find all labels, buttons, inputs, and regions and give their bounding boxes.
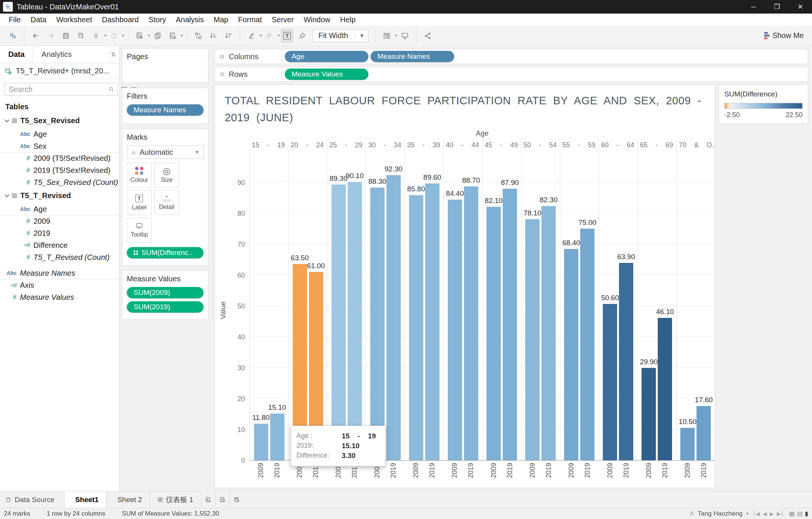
duplicate-sheet-icon[interactable] bbox=[151, 29, 164, 43]
colour-button[interactable]: Colour bbox=[127, 163, 152, 188]
collapse-chevron-icon[interactable] bbox=[5, 192, 9, 197]
pause-auto-updates-caret-icon[interactable]: ▾ bbox=[104, 33, 106, 38]
record-navigation-icons[interactable]: |◀ ◀ ▶ ▶| bbox=[754, 511, 784, 517]
sort-ascending-icon[interactable] bbox=[207, 29, 220, 43]
field-row[interactable]: # T5_Sex_Revised (Count) bbox=[0, 176, 119, 188]
fix-axes-icon[interactable] bbox=[296, 29, 309, 43]
share-workbook-icon[interactable] bbox=[421, 29, 434, 43]
bar[interactable]: 88.70 bbox=[464, 186, 478, 460]
field-row[interactable]: # T5_T_Revised (Count) bbox=[0, 251, 119, 263]
new-worksheet-icon[interactable] bbox=[133, 29, 146, 43]
bar[interactable]: 29.90 bbox=[642, 368, 656, 460]
highlight-icon[interactable] bbox=[245, 29, 258, 43]
bar[interactable]: 88.30 bbox=[370, 188, 385, 460]
size-button[interactable]: ◎ Size bbox=[154, 163, 179, 188]
bar[interactable]: 75.00 bbox=[580, 229, 595, 460]
clear-sheet-icon[interactable] bbox=[166, 29, 179, 43]
field-row[interactable]: Abc Measure Names bbox=[0, 267, 119, 279]
bar[interactable]: 11.80 bbox=[254, 424, 268, 460]
user-menu[interactable]: Tang Haozheng ▾ bbox=[689, 510, 748, 517]
rows-shelf[interactable]: Rows Measure Values bbox=[214, 67, 808, 82]
field-row[interactable]: Abc Age bbox=[0, 128, 119, 140]
sheet-tab[interactable]: Sheet 2 bbox=[106, 492, 150, 508]
new-worksheet-tab-icon[interactable] bbox=[201, 492, 215, 508]
refresh-caret-icon[interactable]: ▾ bbox=[122, 33, 125, 38]
menu-item[interactable]: File bbox=[4, 14, 26, 26]
bar[interactable]: 82.10 bbox=[487, 207, 501, 460]
menu-item[interactable]: Story bbox=[144, 14, 171, 26]
tab-data[interactable]: Data bbox=[0, 46, 33, 63]
bar[interactable]: 78.10 bbox=[525, 219, 540, 460]
field-row[interactable]: # 2019 bbox=[0, 227, 119, 239]
bar[interactable]: 84.40 bbox=[448, 200, 462, 460]
field-row[interactable]: # 2009 (T5!Sex!Revised) bbox=[0, 152, 119, 164]
pane-sort-icon[interactable]: ⇅ bbox=[111, 46, 119, 63]
search-box[interactable] bbox=[5, 83, 118, 96]
bar[interactable]: 50.60 bbox=[603, 304, 617, 460]
collapse-chevron-icon[interactable] bbox=[5, 118, 9, 122]
field-row[interactable]: Abc Sex bbox=[0, 140, 119, 152]
field-row[interactable]: # 2019 (T5!Sex!Revised) bbox=[0, 164, 119, 176]
columns-shelf[interactable]: Columns AgeMeasure Names bbox=[214, 49, 808, 64]
bar[interactable]: 87.90 bbox=[503, 189, 517, 460]
bar[interactable]: 17.60 bbox=[696, 406, 711, 460]
bar[interactable]: 10.50 bbox=[680, 428, 695, 460]
filters-card[interactable]: Filters Measure Names bbox=[122, 88, 208, 124]
maximize-button[interactable]: ❐ bbox=[765, 0, 789, 14]
shelf-pill[interactable]: Measure Values bbox=[285, 69, 368, 80]
show-hide-cards-caret-icon[interactable]: ▾ bbox=[395, 33, 397, 38]
search-input[interactable] bbox=[9, 85, 108, 94]
detail-button[interactable]: •○○○ Detail bbox=[154, 190, 179, 215]
tab-analytics[interactable]: Analytics bbox=[33, 46, 111, 63]
menu-item[interactable]: Window bbox=[299, 14, 335, 26]
field-row[interactable]: Abc Age bbox=[0, 203, 119, 215]
mark-type-dropdown[interactable]: Automatic ▼ bbox=[127, 145, 204, 159]
new-story-tab-icon[interactable] bbox=[230, 492, 244, 508]
colour-shelf-pill[interactable]: SUM(Differenc.. bbox=[127, 247, 204, 258]
show-hide-cards-icon[interactable] bbox=[380, 29, 393, 43]
shelf-pill[interactable]: Age bbox=[285, 51, 368, 62]
group-members-icon[interactable] bbox=[263, 29, 276, 43]
bar[interactable]: 68.40 bbox=[564, 249, 578, 460]
clear-sheet-caret-icon[interactable]: ▾ bbox=[181, 33, 183, 38]
shelf-pill[interactable]: Measure Names bbox=[371, 51, 454, 62]
bar[interactable]: 90.10 bbox=[348, 182, 362, 460]
tableau-home-icon[interactable] bbox=[6, 29, 19, 43]
new-data-source-icon[interactable] bbox=[75, 29, 87, 43]
menu-item[interactable]: Map bbox=[209, 14, 233, 26]
bar[interactable]: 82.30 bbox=[541, 206, 556, 460]
show-me-button[interactable]: Show Me bbox=[764, 31, 807, 40]
bar[interactable]: 89.30 bbox=[331, 185, 346, 460]
menu-item[interactable]: Data bbox=[26, 14, 51, 26]
sheet-tab[interactable]: ⊞ 仪表板 1 bbox=[149, 492, 201, 508]
redo-icon[interactable] bbox=[44, 29, 57, 43]
menu-item[interactable]: Analysis bbox=[171, 14, 208, 26]
minimize-button[interactable]: ─ bbox=[742, 0, 765, 14]
bar[interactable]: 63.90 bbox=[619, 263, 633, 460]
fit-selector[interactable]: Fit Width ▼ bbox=[313, 29, 368, 42]
bar[interactable]: 85.80 bbox=[409, 195, 423, 460]
group-members-caret-icon[interactable]: ▾ bbox=[278, 33, 280, 38]
measure-value-pill[interactable]: SUM(2009) bbox=[127, 287, 204, 298]
data-source-tab[interactable]: Data Source bbox=[0, 492, 64, 508]
view-toggle-icons[interactable]: ▦▤▮ bbox=[789, 510, 808, 517]
menu-item[interactable]: Worksheet bbox=[51, 14, 97, 26]
field-row[interactable]: =# Difference bbox=[0, 239, 119, 251]
table-group-header[interactable]: T5_T_Revised bbox=[0, 188, 119, 203]
bar[interactable]: 15.10 bbox=[270, 414, 284, 460]
save-icon[interactable] bbox=[59, 29, 72, 43]
undo-icon[interactable] bbox=[29, 29, 42, 43]
colour-legend[interactable]: SUM(Difference) -2.50 22.50 bbox=[719, 84, 808, 124]
filter-pill[interactable]: Measure Names bbox=[127, 104, 204, 116]
new-worksheet-caret-icon[interactable]: ▾ bbox=[148, 33, 150, 38]
close-button[interactable]: ✕ bbox=[789, 0, 812, 14]
measure-value-pill[interactable]: SUM(2019) bbox=[127, 301, 204, 313]
menu-item[interactable]: Dashboard bbox=[97, 14, 144, 26]
menu-item[interactable]: Server bbox=[267, 14, 299, 26]
menu-item[interactable]: Help bbox=[335, 14, 360, 26]
field-row[interactable]: # 2009 bbox=[0, 215, 119, 227]
pause-auto-updates-icon[interactable] bbox=[90, 29, 102, 43]
refresh-data-source-icon[interactable] bbox=[108, 29, 120, 43]
table-group-header[interactable]: T5_Sex_Revised bbox=[0, 113, 119, 128]
new-dashboard-tab-icon[interactable] bbox=[215, 492, 230, 508]
